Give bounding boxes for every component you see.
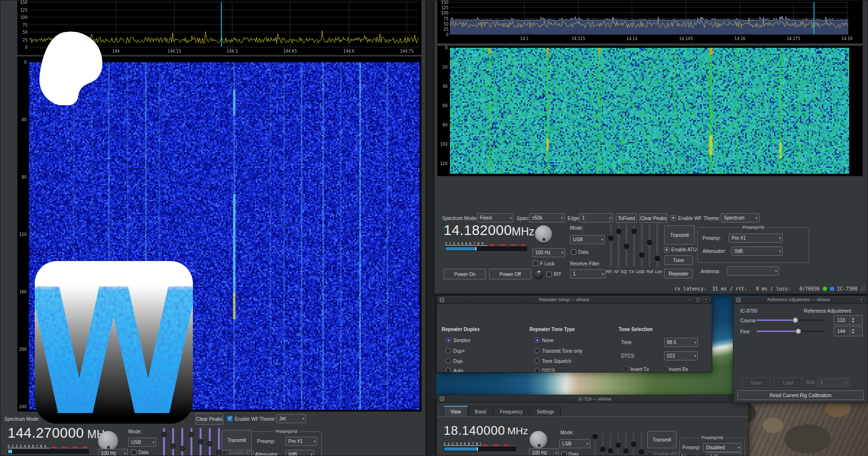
load-button[interactable]: Load (774, 378, 802, 387)
vertical-slider[interactable] (608, 432, 613, 456)
radio-tone-squelch[interactable] (534, 358, 540, 363)
transmit-button[interactable]: Transmit (647, 431, 677, 448)
vertical-slider[interactable] (592, 432, 598, 456)
enable-atu-checkbox[interactable] (222, 450, 227, 456)
enable-wf-checkbox[interactable] (671, 215, 676, 221)
vertical-slider[interactable] (216, 428, 222, 456)
theme-select[interactable]: Jet (276, 414, 306, 423)
tofixed-button[interactable]: ToFixed (616, 213, 637, 223)
mode-select[interactable]: LSB (559, 439, 590, 448)
tuning-step-select[interactable]: 100 Hz (98, 449, 128, 456)
vertical-slider[interactable] (638, 432, 644, 456)
slider-handle[interactable] (796, 329, 801, 334)
restore-icon[interactable]: ▢ (695, 297, 701, 303)
tuning-knob[interactable] (535, 225, 552, 243)
vertical-slider[interactable] (600, 432, 606, 456)
rit-knob[interactable] (534, 270, 543, 279)
tab-band[interactable]: Band (468, 406, 493, 417)
close-icon[interactable]: ✕ (703, 297, 709, 303)
fine-slider[interactable] (757, 328, 825, 334)
preamp-select[interactable]: Pre #1 (729, 234, 783, 243)
vertical-slider[interactable] (608, 224, 614, 267)
tuning-knob[interactable] (529, 431, 547, 449)
frequency-display[interactable]: 144.270000 (8, 425, 84, 441)
course-spinbox[interactable]: 133 (834, 315, 863, 325)
waterfall-plot[interactable] (437, 46, 863, 176)
spin-arrows-icon[interactable] (850, 316, 856, 325)
radio-transmit-tone[interactable] (534, 348, 540, 353)
receive-filter-select[interactable]: 1 (570, 269, 606, 278)
frequency-display[interactable]: 14.182000 (444, 222, 512, 238)
tuning-step-select[interactable]: 100 Hz (532, 248, 565, 257)
vertical-slider[interactable] (179, 428, 185, 456)
clear-peaks-button[interactable]: Clear Peaks (639, 213, 667, 223)
dtcs-select[interactable]: 023 (664, 351, 698, 360)
mode-select[interactable]: USB (570, 235, 605, 244)
data-checkbox[interactable] (131, 450, 136, 455)
clear-peaks-button[interactable]: Clear Peaks (195, 413, 223, 425)
invert-rx-checkbox[interactable] (662, 366, 667, 372)
attenuator-select[interactable]: 0dB (707, 452, 742, 456)
course-slider[interactable] (757, 317, 825, 323)
radio-auto[interactable] (446, 368, 451, 373)
vertical-slider[interactable] (639, 224, 645, 267)
enable-atu-checkbox[interactable] (664, 247, 669, 252)
resize-grip[interactable] (860, 286, 866, 291)
vertical-slider[interactable] (654, 224, 660, 267)
edge-select[interactable]: 1 (579, 213, 613, 222)
spectrum-plot[interactable] (437, 0, 863, 43)
vertical-slider[interactable] (631, 432, 637, 456)
vertical-slider[interactable] (623, 432, 629, 456)
tone-select[interactable]: 88.5 (664, 338, 698, 347)
titlebar[interactable]: IC-718 — wfview (437, 395, 748, 403)
spectrum-mode-select[interactable]: Fixed (477, 213, 514, 222)
vertical-slider[interactable] (647, 224, 652, 267)
tune-button[interactable]: Tune (664, 255, 693, 265)
radio-simplex[interactable] (446, 337, 451, 343)
vertical-slider[interactable] (616, 224, 622, 267)
enable-wf-checkbox[interactable] (227, 416, 232, 421)
titlebar[interactable]: Repeater Setup — wfview – ▢ ✕ (437, 296, 712, 304)
mode-select[interactable]: USB (128, 438, 156, 447)
tuning-knob[interactable] (98, 431, 118, 451)
vertical-slider[interactable] (170, 428, 176, 456)
attenuator-select[interactable]: 0dB (285, 450, 314, 456)
tab-view[interactable]: View (444, 406, 468, 417)
fine-spinbox[interactable]: 144 (834, 326, 863, 336)
power-off-button[interactable]: Power Off (489, 269, 531, 279)
tab-settings[interactable]: Settings (530, 406, 561, 417)
preamp-select[interactable]: Disabled (703, 443, 742, 452)
slider-handle[interactable] (793, 318, 798, 323)
vertical-slider[interactable] (207, 428, 213, 456)
vertical-slider[interactable] (615, 432, 621, 456)
attenuator-select[interactable]: 0dB (732, 247, 783, 256)
radio-dup-plus[interactable] (446, 348, 451, 353)
span-select[interactable]: ±50k (529, 213, 565, 222)
tuning-step-select[interactable]: 100 Hz (529, 448, 559, 456)
transmit-button[interactable]: Transmit (664, 225, 695, 245)
minimize-icon[interactable]: – (687, 297, 692, 303)
repeater-button[interactable]: Repeater (664, 269, 693, 278)
data-checkbox[interactable] (561, 452, 567, 456)
frequency-display[interactable]: 18.140000 (444, 423, 505, 438)
preamp-select[interactable]: Pre #1 (285, 437, 317, 446)
vertical-slider[interactable] (198, 428, 203, 456)
spin-arrows-icon[interactable] (850, 327, 856, 336)
vertical-slider[interactable] (189, 428, 194, 456)
data-checkbox[interactable] (571, 249, 576, 255)
enable-atu-checkbox[interactable] (647, 452, 652, 456)
radio-dup-minus[interactable] (446, 358, 451, 363)
slot-select[interactable]: 1 (817, 378, 849, 387)
radio-none[interactable] (534, 337, 540, 343)
f-lock-checkbox[interactable] (533, 261, 538, 266)
read-calibration-button[interactable]: Read Current Rig Calibration (737, 390, 864, 400)
tab-frequency[interactable]: Frequency (493, 406, 529, 417)
vertical-slider[interactable] (161, 428, 167, 456)
transmit-button[interactable]: Transmit (222, 430, 252, 450)
save-button[interactable]: Save (742, 378, 770, 387)
rit-checkbox[interactable] (546, 272, 552, 277)
radio-dtcs[interactable] (534, 368, 540, 373)
invert-tx-checkbox[interactable] (623, 366, 628, 372)
vertical-slider[interactable] (631, 224, 637, 267)
titlebar[interactable]: Reference Adjustment — wfview ✕ (733, 296, 868, 304)
